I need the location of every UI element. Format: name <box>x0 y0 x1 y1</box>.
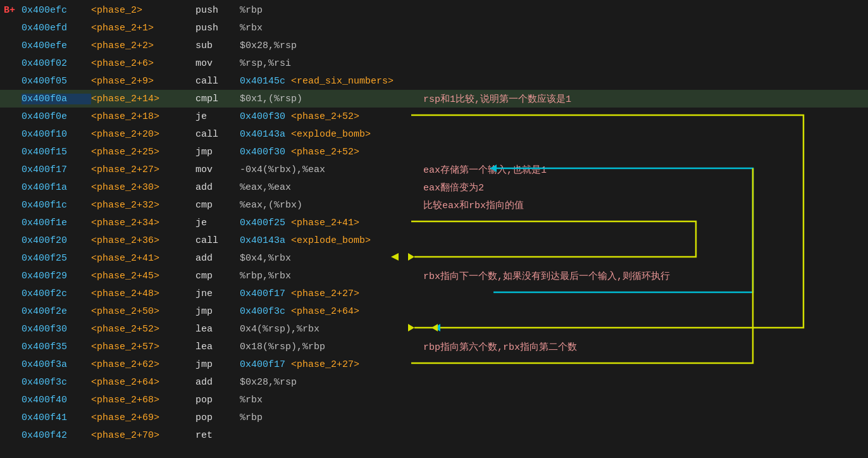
asm-line-8: 0x400f15<phase_2+25>jmp0x400f30 <phase_2… <box>0 143 868 161</box>
asm-line-13: 0x400f20<phase_2+36>call0x40143a <explod… <box>0 232 868 249</box>
comment-15: rbx指向下一个数,如果没有到达最后一个输入,则循环执行 <box>423 270 670 282</box>
operand-link-17[interactable]: 0x400f3c <box>240 306 285 317</box>
asm-line-14: 0x400f25<phase_2+41>add$0x4,%rbx <box>0 249 868 267</box>
sym-14: <phase_2+41> <box>91 253 195 264</box>
mnem-11: cmp <box>195 200 240 211</box>
operand-19: 0x18(%rsp),%rbp <box>240 342 417 352</box>
operand-sym-20: <phase_2+27> <box>291 359 359 370</box>
addr-18[interactable]: 0x400f30 <box>22 324 91 335</box>
addr-1[interactable]: 0x400efd <box>22 23 91 34</box>
mnem-14: add <box>195 253 240 264</box>
operand-11: %eax,(%rbx) <box>240 200 417 211</box>
mnem-16: jne <box>195 288 240 299</box>
addr-23[interactable]: 0x400f41 <box>22 412 91 423</box>
sym-1: <phase_2+1> <box>91 23 195 34</box>
operand-link-8[interactable]: 0x400f30 <box>240 147 285 158</box>
comment-10: eax翻倍变为2 <box>423 182 484 194</box>
addr-17[interactable]: 0x400f2e <box>22 306 91 317</box>
asm-line-6: 0x400f0e<phase_2+18>je0x400f30 <phase_2+… <box>0 108 868 125</box>
sym-18: <phase_2+52> <box>91 324 195 335</box>
mnem-3: mov <box>195 58 240 69</box>
operand-link-12[interactable]: 0x400f25 <box>240 218 285 228</box>
addr-15[interactable]: 0x400f29 <box>22 271 91 282</box>
asm-line-4: 0x400f05<phase_2+9>call0x40145c <read_si… <box>0 72 868 90</box>
operand-sym-8: <phase_2+52> <box>291 147 359 158</box>
sym-15: <phase_2+45> <box>91 271 195 282</box>
addr-7[interactable]: 0x400f10 <box>22 129 91 140</box>
operand-16: 0x400f17 <phase_2+27> <box>240 288 417 299</box>
comment-5: rsp和1比较,说明第一个数应该是1 <box>423 93 571 105</box>
operand-link-13[interactable]: 0x40143a <box>240 235 285 246</box>
operand-sym-12: <phase_2+41> <box>291 218 359 228</box>
addr-12[interactable]: 0x400f1e <box>22 218 91 228</box>
operand-sym-7: <explode_bomb> <box>291 129 371 140</box>
operand-sym-6: <phase_2+52> <box>291 111 359 122</box>
addr-3[interactable]: 0x400f02 <box>22 58 91 69</box>
asm-line-7: 0x400f10<phase_2+20>call0x40143a <explod… <box>0 125 868 143</box>
addr-6[interactable]: 0x400f0e <box>22 111 91 122</box>
operand-9: -0x4(%rbx),%eax <box>240 164 417 175</box>
operand-sym-4: <read_six_numbers> <box>291 76 394 87</box>
sym-20: <phase_2+62> <box>91 359 195 370</box>
operand-link-6[interactable]: 0x400f30 <box>240 111 285 122</box>
sym-22: <phase_2+68> <box>91 395 195 405</box>
sym-2: <phase_2+2> <box>91 40 195 51</box>
comment-11: 比较eax和rbx指向的值 <box>423 199 524 211</box>
asm-line-16: 0x400f2c<phase_2+48>jne0x400f17 <phase_2… <box>0 285 868 302</box>
operand-21: $0x28,%rsp <box>240 377 417 388</box>
addr-9[interactable]: 0x400f17 <box>22 164 91 175</box>
operand-8: 0x400f30 <phase_2+52> <box>240 147 417 158</box>
addr-0[interactable]: 0x400efc <box>22 5 91 16</box>
mnem-23: pop <box>195 412 240 423</box>
operand-13: 0x40143a <explode_bomb> <box>240 235 417 246</box>
sym-17: <phase_2+50> <box>91 306 195 317</box>
addr-19[interactable]: 0x400f35 <box>22 342 91 352</box>
operand-22: %rbx <box>240 395 417 405</box>
operand-3: %rsp,%rsi <box>240 58 417 69</box>
operand-7: 0x40143a <explode_bomb> <box>240 129 417 140</box>
addr-10[interactable]: 0x400f1a <box>22 182 91 193</box>
addr-22[interactable]: 0x400f40 <box>22 395 91 405</box>
asm-line-19: 0x400f35<phase_2+57>lea0x18(%rsp),%rbprb… <box>0 338 868 356</box>
addr-16[interactable]: 0x400f2c <box>22 288 91 299</box>
addr-13[interactable]: 0x400f20 <box>22 235 91 246</box>
operand-link-16[interactable]: 0x400f17 <box>240 288 285 299</box>
addr-4[interactable]: 0x400f05 <box>22 76 91 87</box>
mnem-7: call <box>195 129 240 140</box>
asm-line-21: 0x400f3c<phase_2+64>add$0x28,%rsp <box>0 373 868 391</box>
sym-7: <phase_2+20> <box>91 129 195 140</box>
asm-line-5: 0x400f0a<phase_2+14>cmpl$0x1,(%rsp)rsp和1… <box>0 90 868 108</box>
addr-5[interactable]: 0x400f0a <box>22 94 91 104</box>
mnem-6: je <box>195 111 240 122</box>
operand-12: 0x400f25 <phase_2+41> <box>240 218 417 228</box>
mnem-24: ret <box>195 430 240 441</box>
mnem-21: add <box>195 377 240 388</box>
sym-10: <phase_2+30> <box>91 182 195 193</box>
asm-line-12: 0x400f1e<phase_2+34>je0x400f25 <phase_2+… <box>0 214 868 232</box>
sym-23: <phase_2+69> <box>91 412 195 423</box>
operand-17: 0x400f3c <phase_2+64> <box>240 306 417 317</box>
sym-3: <phase_2+6> <box>91 58 195 69</box>
mnem-4: call <box>195 76 240 87</box>
sym-6: <phase_2+18> <box>91 111 195 122</box>
sym-9: <phase_2+27> <box>91 164 195 175</box>
operand-link-20[interactable]: 0x400f17 <box>240 359 285 370</box>
asm-line-3: 0x400f02<phase_2+6>mov%rsp,%rsi <box>0 54 868 72</box>
mnem-19: lea <box>195 342 240 352</box>
sym-16: <phase_2+48> <box>91 288 195 299</box>
addr-21[interactable]: 0x400f3c <box>22 377 91 388</box>
sym-0: <phase_2> <box>91 5 195 16</box>
mnem-8: jmp <box>195 147 240 158</box>
addr-2[interactable]: 0x400efe <box>22 40 91 51</box>
mnem-20: jmp <box>195 359 240 370</box>
asm-line-0: B+0x400efc<phase_2>push%rbp <box>0 1 868 19</box>
operand-link-7[interactable]: 0x40143a <box>240 129 285 140</box>
operand-sym-17: <phase_2+64> <box>291 306 359 317</box>
operand-link-4[interactable]: 0x40145c <box>240 76 285 87</box>
addr-20[interactable]: 0x400f3a <box>22 359 91 370</box>
addr-11[interactable]: 0x400f1c <box>22 200 91 211</box>
addr-24[interactable]: 0x400f42 <box>22 430 91 441</box>
addr-8[interactable]: 0x400f15 <box>22 147 91 158</box>
sym-5: <phase_2+14> <box>91 94 195 104</box>
addr-14[interactable]: 0x400f25 <box>22 253 91 264</box>
